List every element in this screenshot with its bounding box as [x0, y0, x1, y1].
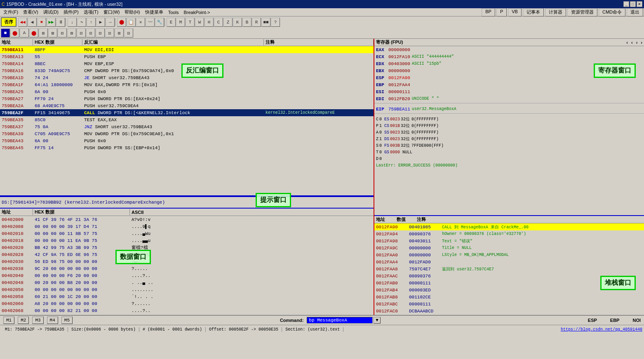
pause-btn[interactable]: ⏸	[56, 18, 65, 27]
disasm-row[interactable]: 759BEA14 8BEC MOV EBP,ESP	[0, 60, 374, 67]
toolbar2-btn9[interactable]: ⊡	[77, 28, 86, 38]
reg-row-edi[interactable]: EDI 0012FB20 UNICODE " "	[374, 95, 644, 102]
bp-list-btn[interactable]: 📋	[127, 18, 136, 27]
stack-row[interactable]: 0012FA98 00403011 Text = "错误"	[374, 237, 644, 244]
stack-row[interactable]: 0012FAB8 001102CE	[374, 293, 644, 300]
data-row[interactable]: 0040203056 ED 98 75 00 00 00 00V▄u....	[0, 258, 374, 265]
toolbar2-btn6[interactable]: ⊠	[48, 28, 57, 38]
data-row[interactable]: 00402020BB 42 99 75 A3 3B 99 75窗檔?檔	[0, 244, 374, 251]
toolbar2-btn3[interactable]: A	[20, 28, 29, 38]
reg-nav-left1[interactable]: ‹	[626, 40, 628, 45]
stack-row[interactable]: 0012FAAC 00090376	[374, 272, 644, 279]
cpu-btn[interactable]: C	[214, 18, 223, 27]
stack-row[interactable]: 0012FA94 00090376 hOwner = 00090376 (cla…	[374, 230, 644, 237]
stack-row[interactable]: 0012FAA4 0012FAD0	[374, 258, 644, 265]
menu-file[interactable]: 文件(F)	[1, 9, 21, 16]
stack-row[interactable]: 0012FAA8 7597C4E7 返回到 user32.7597C4E7	[374, 265, 644, 272]
disasm-row-selected[interactable]: 759BEA2F FF15 34149675 CALL DWORD PTR DS…	[0, 109, 374, 116]
minimize-button[interactable]: _	[623, 1, 629, 7]
kb-btn[interactable]: K	[233, 18, 242, 27]
menu-shortcuts[interactable]: 快捷菜单	[143, 9, 166, 16]
stop-btn[interactable]: ✖	[37, 18, 46, 27]
reg-row-ecx[interactable]: ECX 0012FA10 ASCII "444444444"	[374, 53, 644, 60]
p-button[interactable]: P	[496, 8, 507, 16]
exit-button[interactable]: 退出	[627, 8, 643, 16]
toolbar2-btn4[interactable]: ⬤	[29, 28, 38, 38]
bp-clear-btn[interactable]: ✕	[136, 18, 145, 27]
step-into-btn[interactable]: ↓	[68, 18, 77, 27]
reg-row-ebx[interactable]: EBX 00000000	[374, 67, 644, 74]
data-row[interactable]: 00402060A8 20 00 00 00 00 00 00?......	[0, 300, 374, 307]
toolbar2-btn12[interactable]: ⊡	[105, 28, 114, 38]
rr-btn[interactable]: R	[252, 18, 261, 27]
data-row[interactable]: 0040205860 21 00 00 1C 20 00 00`!.. . .	[0, 293, 374, 300]
stack-row[interactable]: 0012FA9C 00000000 Title = NULL	[374, 244, 644, 251]
command-input[interactable]	[307, 317, 373, 324]
data-row[interactable]: 0040201000 00 00 00 11 8B 57 75....▄Wu	[0, 230, 374, 237]
goto-btn[interactable]: →	[106, 18, 115, 27]
reg-row-eax[interactable]: EAX 00000000	[374, 46, 644, 53]
notepad-button[interactable]: 记事本	[523, 8, 544, 16]
disasm-row[interactable]: 759BEA11 8BFF MOV EDI,EDI	[0, 46, 374, 53]
close-button[interactable]: ✕	[637, 1, 642, 7]
stack-row[interactable]: 0012FABC 00000111	[374, 300, 644, 307]
menu-window[interactable]: 窗口(W)	[101, 9, 122, 16]
menu-tools[interactable]: Tools	[166, 9, 181, 15]
command-dropdown[interactable]: ▼	[374, 317, 381, 324]
stack-row[interactable]: 0012FAC4 00000000	[374, 314, 644, 315]
data-row[interactable]: 004020389C 20 00 00 00 00 00 00?.....	[0, 265, 374, 272]
restart-btn[interactable]: ◀◀	[18, 18, 27, 27]
step-over-btn[interactable]: ↷	[77, 18, 86, 27]
toolbar2-btn11[interactable]: ⊡	[96, 28, 105, 38]
reg-row-edx[interactable]: EDX 00403000 ASCII "15pb"	[374, 60, 644, 67]
modules-btn[interactable]: E	[167, 18, 176, 27]
stack-row[interactable]: 0012FAA0 00000000 LStyle = MB_OK|MB_APPL…	[374, 251, 644, 258]
calc-button[interactable]: 计算器	[545, 8, 566, 16]
handles-btn[interactable]: H	[204, 18, 214, 27]
bookmark-m1[interactable]: M1	[3, 317, 14, 324]
disasm-row[interactable]: 759BEA13 55 PUSH EBP	[0, 53, 374, 60]
windows-btn[interactable]: W	[195, 18, 204, 27]
toolbar2-btn5[interactable]: ⊞	[39, 28, 48, 38]
bookmark-m4[interactable]: M4	[47, 317, 58, 324]
bookmark-m5[interactable]: M5	[61, 317, 73, 324]
maximize-button[interactable]: □	[630, 1, 636, 7]
disasm-row[interactable]: 759BEA43 6A 00 PUSH 0x0	[0, 137, 374, 144]
disasm-row[interactable]: 759BEA16 833D 749A9C75 CMP DWORD PTR DS:…	[0, 67, 374, 74]
reg-row-eip[interactable]: EIP 759BEA11 user32.MessageBoxA	[374, 106, 644, 113]
toolbar2-btn8[interactable]: ⊞	[67, 28, 76, 38]
threads-btn[interactable]: T	[186, 18, 195, 27]
data-row[interactable]: 0040200800 00 00 00 39 17 D4 71....9▌q	[0, 223, 374, 230]
disasm-row[interactable]: 759BEA1D 74 24 JE SHORT user32.759BEA43	[0, 74, 374, 81]
mem-btn[interactable]: M	[176, 18, 185, 27]
toolbar2-btn1[interactable]: ■	[1, 28, 10, 38]
disasm-row[interactable]: 759BEA45 FF75 14 PUSH DWORD PTR SS:[EBP+…	[0, 144, 374, 151]
stack-row-current[interactable]: 0012FA90 00401085 CALL 到 MessageBoxA 来自 …	[374, 223, 644, 230]
disasm-row[interactable]: 759BEA27 FF70 24 PUSH DWORD PTR DS:[EAX+…	[0, 95, 374, 102]
bp-button[interactable]: BP	[482, 8, 495, 16]
patches-btn[interactable]: 🔧	[155, 18, 164, 27]
reg-row-ebp[interactable]: EBP 0012FAA4	[374, 81, 644, 88]
toolbar2-btn13[interactable]: ⊞	[115, 28, 124, 38]
back-btn[interactable]: ◀	[28, 18, 37, 27]
ss-btn[interactable]: ■■	[261, 18, 270, 27]
ik-btn[interactable]: Z	[223, 18, 233, 27]
bp-toggle-btn[interactable]: ⬤	[117, 18, 126, 27]
status-link[interactable]: https://blog.csdn.net/qq_40591440	[561, 327, 642, 332]
bookmark-m3[interactable]: M3	[32, 317, 43, 324]
bookmark-m2[interactable]: M2	[18, 317, 29, 324]
menu-view[interactable]: 查看(V)	[21, 9, 41, 16]
disasm-row[interactable]: 759BEA37 75 0A JNZ SHORT user32.759BEA43	[0, 123, 374, 130]
disasm-row[interactable]: 759BEA25 6A 00 PUSH 0x0	[0, 88, 374, 95]
reg-row-esi[interactable]: ESI 00000111	[374, 88, 644, 95]
data-row[interactable]: 0040201800 00 00 00 11 EA 9B 75....▄▄u	[0, 237, 374, 244]
stack-row[interactable]: 0012FAB4 000003ED	[374, 286, 644, 293]
run-btn[interactable]: ▶▶	[47, 18, 56, 27]
toolbar2-btn10[interactable]: ⊡	[86, 28, 95, 38]
animate-btn[interactable]: ▶	[96, 18, 105, 27]
data-row[interactable]: 0040206800 00 00 00 82 21 00 00....?..	[0, 307, 374, 314]
toolbar2-btn14[interactable]: ⊡	[124, 28, 133, 38]
data-row[interactable]: 0040202842 CF 9A 75 ED 6E 96 75B藝u韩柚	[0, 251, 374, 258]
data-row[interactable]: 0040204000 00 00 00 F6 20 00 00....?..	[0, 272, 374, 279]
run-state-btn[interactable]: 否序	[1, 17, 16, 27]
